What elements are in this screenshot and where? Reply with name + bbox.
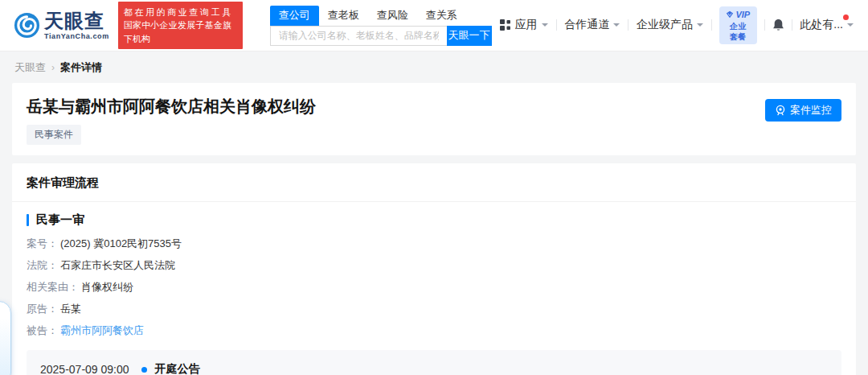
bell-icon bbox=[772, 19, 784, 31]
breadcrumb: 天眼查 › 案件详情 bbox=[0, 52, 868, 83]
nav-enterprise-label: 企业级产品 bbox=[637, 18, 693, 32]
vip-label: VIP bbox=[735, 9, 750, 20]
timeline-datetime: 2025-07-09 09:00 bbox=[40, 363, 129, 375]
chevron-down-icon bbox=[697, 23, 703, 30]
tianyancha-eye-icon bbox=[14, 12, 40, 39]
stage-header: 民事一审 bbox=[27, 212, 841, 228]
defendant-company-link[interactable]: 霸州市阿阿餐饮店 bbox=[60, 325, 144, 336]
field-label: 被告： bbox=[27, 325, 58, 336]
section-title: 案件审理流程 bbox=[12, 163, 856, 202]
nav-account-label: 此处有... bbox=[800, 18, 843, 32]
case-title: 岳某与霸州市阿阿餐饮店相关肖像权纠纷 bbox=[27, 83, 841, 116]
top-header: 天眼查 TianYanCha.com 都在用的商业查询工具 国家中小企业发展子基… bbox=[0, 0, 868, 52]
breadcrumb-current: 案件详情 bbox=[60, 60, 102, 75]
logo-text: 天眼查 TianYanCha.com bbox=[44, 11, 109, 40]
field-value: (2025) 冀0102民初7535号 bbox=[60, 238, 182, 249]
chevron-down-icon bbox=[542, 23, 548, 30]
search-tab-boss[interactable]: 查老板 bbox=[319, 6, 368, 26]
case-type-badge: 民事案件 bbox=[27, 125, 81, 145]
field-case-number: 案号： (2025) 冀0102民初7535号 bbox=[27, 238, 841, 249]
field-plaintiff: 原告： 岳某 bbox=[27, 303, 841, 315]
breadcrumb-separator: › bbox=[51, 62, 55, 73]
top-nav: 应用 合作通道 企业级产品 VIP 企业 bbox=[492, 6, 857, 43]
nav-cooperation[interactable]: 合作通道 bbox=[556, 18, 628, 32]
timeline-dot-icon bbox=[141, 367, 147, 373]
search-tab-company[interactable]: 查公司 bbox=[270, 6, 319, 26]
case-monitor-label: 案件监控 bbox=[790, 103, 832, 117]
nav-cooperation-label: 合作通道 bbox=[564, 18, 609, 32]
nav-account-more[interactable]: 此处有... bbox=[792, 18, 857, 32]
field-label: 相关案由： bbox=[27, 282, 79, 293]
case-detail-page: 天眼查 TianYanCha.com 都在用的商业查询工具 国家中小企业发展子基… bbox=[0, 0, 868, 375]
stage-accent-bar bbox=[27, 214, 29, 226]
brand-name: 天眼查 bbox=[44, 11, 109, 31]
field-label: 案号： bbox=[27, 238, 58, 249]
timeline-event-label: 开庭公告 bbox=[155, 362, 200, 375]
breadcrumb-home[interactable]: 天眼查 bbox=[14, 60, 46, 75]
nav-apps[interactable]: 应用 bbox=[492, 18, 556, 32]
nav-enterprise[interactable]: 企业级产品 bbox=[628, 18, 711, 32]
search-tabs: 查公司 查老板 查风险 查关系 bbox=[270, 6, 492, 26]
chevron-down-icon bbox=[613, 23, 620, 30]
search-tab-risk[interactable]: 查风险 bbox=[368, 6, 417, 26]
apps-grid-icon bbox=[500, 19, 511, 31]
field-court: 法院： 石家庄市长安区人民法院 bbox=[27, 260, 841, 271]
field-label: 法院： bbox=[27, 260, 58, 271]
field-value: 肖像权纠纷 bbox=[81, 282, 133, 293]
promo-banner-line1: 都在用的商业查询工具 bbox=[124, 6, 237, 19]
case-title-card: 岳某与霸州市阿阿餐饮店相关肖像权纠纷 民事案件 案件监控 bbox=[12, 83, 856, 155]
search-input[interactable] bbox=[270, 26, 447, 46]
case-fields: 案号： (2025) 冀0102民初7535号 法院： 石家庄市长安区人民法院 … bbox=[27, 238, 841, 336]
notification-red-dot bbox=[843, 14, 849, 20]
field-value: 石家庄市长安区人民法院 bbox=[60, 260, 175, 271]
search-tab-relation[interactable]: 查关系 bbox=[417, 6, 466, 26]
vip-package-label: 企业套餐 bbox=[726, 21, 751, 42]
search-button[interactable]: 天眼一下 bbox=[447, 26, 492, 46]
brand-domain: TianYanCha.com bbox=[44, 32, 109, 40]
vip-package-badge[interactable]: VIP 企业套餐 bbox=[719, 6, 757, 43]
search-area: 查公司 查老板 查风险 查关系 天眼一下 bbox=[270, 6, 492, 46]
timeline-event-row[interactable]: 2025-07-09 09:00 开庭公告 bbox=[27, 350, 841, 375]
nav-divider bbox=[711, 19, 712, 31]
promo-banner: 都在用的商业查询工具 国家中小企业发展子基金旗下机构 bbox=[118, 2, 243, 50]
promo-banner-line2: 国家中小企业发展子基金旗下机构 bbox=[124, 19, 237, 45]
vip-diamond-icon bbox=[726, 10, 734, 19]
field-cause: 相关案由： 肖像权纠纷 bbox=[27, 282, 841, 293]
field-value: 岳某 bbox=[60, 303, 81, 315]
nav-apps-label: 应用 bbox=[515, 18, 538, 32]
notifications-bell[interactable] bbox=[765, 19, 792, 31]
floating-side-widget[interactable] bbox=[0, 301, 11, 375]
case-monitor-button[interactable]: 案件监控 bbox=[765, 99, 841, 122]
stage-title: 民事一审 bbox=[36, 212, 84, 228]
case-process-card: 案件审理流程 民事一审 案号： (2025) 冀0102民初7535号 法院： … bbox=[12, 163, 856, 375]
tianyancha-logo[interactable]: 天眼查 TianYanCha.com bbox=[14, 11, 109, 40]
monitor-camera-icon bbox=[775, 105, 786, 116]
chevron-down-icon bbox=[847, 23, 854, 30]
field-defendant: 被告： 霸州市阿阿餐饮店 bbox=[27, 325, 841, 336]
field-label: 原告： bbox=[27, 303, 58, 315]
